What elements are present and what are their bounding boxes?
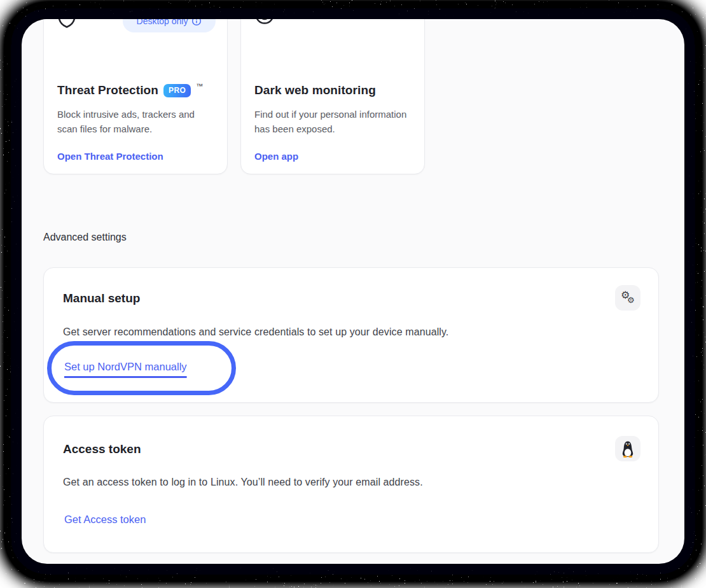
linux-tux-icon — [615, 436, 640, 461]
open-app-link[interactable]: Open app — [254, 151, 298, 162]
feature-card-description: Block intrusive ads, trackers and scan f… — [57, 107, 215, 136]
open-threat-protection-link[interactable]: Open Threat Protection — [57, 151, 163, 162]
manual-setup-title: Manual setup — [63, 291, 140, 305]
access-token-card: Access token Get an acc — [43, 416, 659, 553]
setup-nordvpn-manually-link[interactable]: Set up NordVPN manually — [64, 361, 187, 373]
threat-protection-card: Desktop only Threat Protection PRO ™ Blo… — [43, 19, 228, 174]
info-icon[interactable] — [191, 19, 202, 26]
manual-setup-description: Get server recommendations and service c… — [63, 326, 448, 338]
feature-card-title: Threat Protection — [57, 83, 158, 97]
feature-card-title-row: Dark web monitoring — [254, 83, 376, 97]
settings-page: Desktop only Threat Protection PRO ™ Blo… — [22, 19, 684, 564]
shield-icon — [57, 19, 76, 31]
feature-card-title: Dark web monitoring — [254, 83, 376, 97]
access-token-title: Access token — [63, 442, 141, 456]
dark-web-monitor-icon — [254, 19, 275, 29]
screenshot-canvas: Desktop only Threat Protection PRO ™ Blo… — [0, 0, 706, 588]
dark-web-monitoring-card: Dark web monitoring Find out if your per… — [240, 19, 425, 174]
advanced-settings-heading: Advanced settings — [43, 232, 127, 243]
gears-icon: ⚙ ⚙ — [615, 285, 640, 311]
desktop-only-badge[interactable]: Desktop only — [123, 19, 216, 32]
desktop-only-label: Desktop only — [137, 19, 188, 26]
get-access-token-link[interactable]: Get Access token — [64, 514, 146, 526]
trademark-symbol: ™ — [196, 82, 203, 90]
feature-card-title-row: Threat Protection PRO ™ — [57, 83, 203, 97]
feature-card-description: Find out if your personal information ha… — [254, 107, 412, 136]
access-token-description: Get an access token to log in to Linux. … — [63, 477, 423, 488]
pro-badge: PRO — [163, 84, 191, 97]
manual-setup-card: Manual setup ⚙ ⚙ Get server recommendati… — [43, 267, 659, 403]
